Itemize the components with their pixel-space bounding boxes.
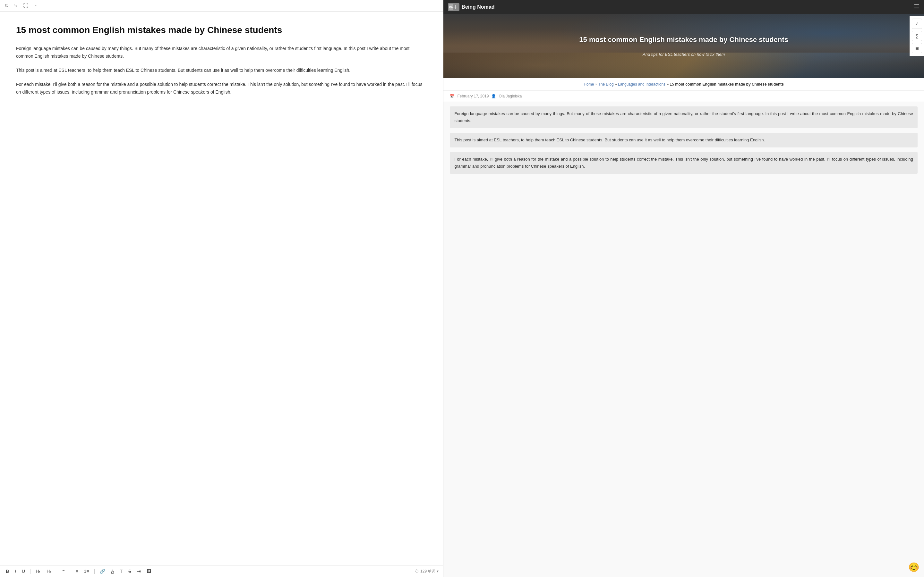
preview-para-2: This post is aimed at ESL teachers, to h…: [450, 133, 918, 147]
hero-divider: [664, 48, 703, 48]
breadcrumb-bar: Home » The Blog » Languages and Interact…: [443, 78, 924, 91]
browser-preview-panel: BN Being Nomad ☰ 15 most common English …: [443, 0, 924, 577]
layer-icon: ▣: [915, 45, 919, 51]
toolbar-separator-1: [30, 569, 31, 574]
calendar-icon: 📅: [450, 94, 455, 98]
underline-button[interactable]: U: [21, 568, 26, 574]
check-icon-button[interactable]: ✓: [912, 19, 922, 29]
brand-logo[interactable]: BN Being Nomad: [448, 3, 494, 11]
share-icon[interactable]: ⤷: [14, 3, 18, 9]
breadcrumb-category[interactable]: Languages and Interactions: [618, 82, 666, 87]
article-meta: 📅 February 17, 2019 👤 Ola Jagielska: [443, 91, 924, 102]
editor-content-area[interactable]: 15 most common English mistakes made by …: [0, 11, 443, 565]
more-icon[interactable]: ···: [33, 3, 37, 9]
breadcrumb-current: 15 most common English mistakes made by …: [670, 82, 783, 87]
right-sidebar: ✓ ∑ ▣: [909, 16, 924, 56]
toolbar-separator-3: [70, 569, 70, 574]
editor-paragraph-2: This post is aimed at ESL teachers, to h…: [16, 67, 427, 74]
bold-button[interactable]: B: [5, 568, 10, 574]
list-ul-button[interactable]: ≡: [74, 568, 79, 574]
indent-button[interactable]: ⇥: [136, 568, 142, 574]
clock-icon: ⏱: [415, 569, 419, 574]
editor-paragraph-1: Foreign language mistakes can be caused …: [16, 45, 427, 60]
breadcrumb-home[interactable]: Home: [583, 82, 594, 87]
editor-panel: ↻ ⤷ ⛶ ··· 15 most common English mistake…: [0, 0, 443, 577]
hero-title: 15 most common English mistakes made by …: [579, 35, 788, 44]
breadcrumb-sep-1: »: [595, 82, 598, 87]
meta-date: February 17, 2019: [457, 94, 489, 98]
hero-section: 15 most common English mistakes made by …: [443, 14, 924, 78]
refresh-icon[interactable]: ↻: [5, 3, 9, 9]
heading2-button[interactable]: H₂: [45, 568, 53, 574]
article-title: 15 most common English mistakes made by …: [16, 24, 427, 36]
hero-subtitle: And tips for ESL teachers on how to fix …: [643, 52, 725, 57]
image-button[interactable]: 🖼: [145, 568, 152, 574]
preview-paragraphs: Foreign language mistakes can be caused …: [443, 102, 924, 178]
strikethrough-button[interactable]: S̶: [127, 568, 132, 574]
word-count-display: ⏱ 129 单词 ▾: [415, 569, 439, 574]
author-icon: 👤: [491, 94, 496, 98]
quote-button[interactable]: ❝: [61, 568, 66, 574]
svg-text:BN: BN: [449, 6, 453, 9]
meta-author: Ola Jagielska: [499, 94, 522, 98]
breadcrumb: Home » The Blog » Languages and Interact…: [450, 82, 918, 87]
dropdown-icon[interactable]: ▾: [437, 569, 439, 574]
list-ol-button[interactable]: 1≡: [83, 568, 90, 574]
breadcrumb-sep-2: »: [615, 82, 618, 87]
breadcrumb-sep-3: »: [666, 82, 670, 87]
layer-icon-button[interactable]: ▣: [912, 43, 922, 53]
heading1-button[interactable]: H₁: [34, 568, 42, 574]
formula-icon-button[interactable]: ∑: [912, 31, 922, 41]
breadcrumb-blog[interactable]: The Blog: [598, 82, 614, 87]
preview-para-1: Foreign language mistakes can be caused …: [450, 106, 918, 128]
toolbar-separator-4: [94, 569, 95, 574]
brand-name: Being Nomad: [461, 4, 494, 10]
editor-toolbar-top: ↻ ⤷ ⛶ ···: [0, 0, 443, 11]
formula-icon: ∑: [915, 33, 919, 39]
preview-para-3: For each mistake, I'll give both a reaso…: [450, 152, 918, 174]
link-button[interactable]: 🔗: [99, 568, 107, 574]
check-icon: ✓: [915, 21, 919, 26]
article-content-area[interactable]: Home » The Blog » Languages and Interact…: [443, 78, 924, 577]
text-format-button[interactable]: T: [119, 568, 124, 574]
italic-button[interactable]: I: [13, 568, 17, 574]
toolbar-separator-2: [57, 569, 57, 574]
bottom-emoji-button[interactable]: 😊: [908, 562, 919, 572]
editor-toolbar-bottom: B I U H₁ H₂ ❝ ≡ 1≡ 🔗 A̲ T S̶ ⇥ 🖼 ⏱ 129 单…: [0, 565, 443, 577]
text-underline-button[interactable]: A̲: [110, 568, 115, 574]
site-navbar: BN Being Nomad ☰: [443, 0, 924, 14]
logo-icon: BN: [448, 3, 459, 11]
word-count-value: 129 单词: [420, 569, 435, 574]
expand-icon[interactable]: ⛶: [23, 3, 28, 9]
editor-paragraph-3: For each mistake, I'll give both a reaso…: [16, 81, 427, 96]
hamburger-menu[interactable]: ☰: [914, 3, 919, 11]
